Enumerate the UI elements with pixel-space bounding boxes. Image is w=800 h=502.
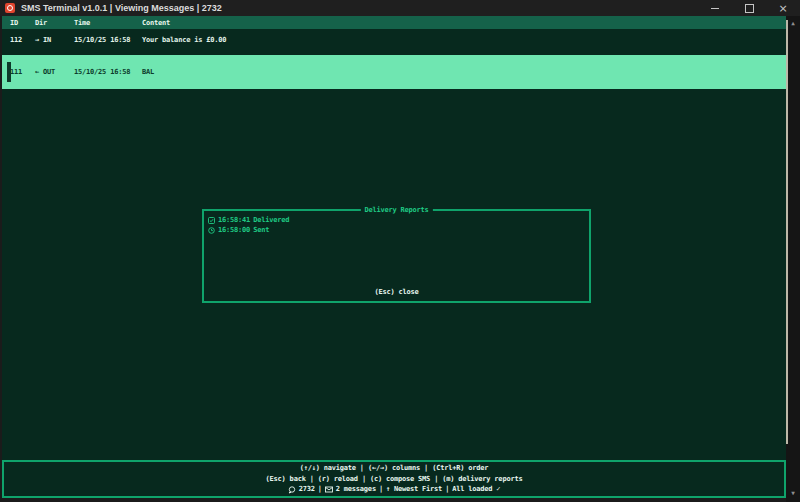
table-row[interactable]: 112 → IN 15/10/25 16:58 Your balance is … xyxy=(2,29,786,51)
sent-clock-icon xyxy=(208,227,215,234)
minimize-button[interactable] xyxy=(698,0,732,16)
report-time: 16:58:41 xyxy=(218,215,250,225)
maximize-button[interactable] xyxy=(732,0,766,16)
window-controls: × xyxy=(698,0,800,16)
loaded-status: All loaded ✓ xyxy=(452,484,500,495)
report-time: 16:58:00 xyxy=(218,225,250,235)
separator: | xyxy=(379,484,383,495)
cell-content: Your balance is £0.00 xyxy=(142,36,786,44)
status-hint-navigate: (↑/↓) navigate | (←/→) columns | (Ctrl+R… xyxy=(300,463,489,474)
sort-order: ↑ Newest First xyxy=(386,484,442,495)
selection-cursor xyxy=(7,62,11,82)
scroll-down-icon[interactable]: ▼ xyxy=(786,489,800,497)
scrollbar[interactable]: ▲ ▼ xyxy=(786,16,800,502)
cell-time: 15/10/25 16:58 xyxy=(74,36,142,44)
column-header-dir[interactable]: Dir xyxy=(35,19,74,27)
title-bar: SMS Terminal v1.0.1 | Viewing Messages |… xyxy=(0,0,800,16)
maximize-icon xyxy=(745,4,754,13)
cell-dir: ← OUT xyxy=(35,68,74,76)
chat-bubble-icon xyxy=(288,486,296,494)
separator: | xyxy=(445,484,449,495)
delivery-reports-modal: Delivery Reports 16:58:41 Delivered 16:5… xyxy=(202,209,591,303)
column-header-id[interactable]: ID xyxy=(10,19,35,27)
cell-id: 111 xyxy=(10,68,35,76)
column-header-time[interactable]: Time xyxy=(74,19,142,27)
report-status: Sent xyxy=(253,225,269,235)
window-title: SMS Terminal v1.0.1 | Viewing Messages |… xyxy=(21,3,222,13)
gear-icon xyxy=(7,5,13,11)
status-bar: (↑/↓) navigate | (←/→) columns | (Ctrl+R… xyxy=(2,460,786,498)
status-summary: 2732 | 2 messages | ↑ Newest First | All… xyxy=(288,484,501,495)
list-item: 16:58:00 Sent xyxy=(208,225,589,235)
scrollbar-thumb[interactable] xyxy=(786,20,788,444)
separator: | xyxy=(318,484,322,495)
message-count: 2 messages xyxy=(336,484,376,495)
scroll-up-icon[interactable]: ▲ xyxy=(786,19,800,27)
cell-content: BAL xyxy=(142,68,786,76)
table-row-selected[interactable]: 111 ← OUT 15/10/25 16:58 BAL xyxy=(2,55,786,89)
table-header: ID Dir Time Content xyxy=(2,16,786,29)
close-button[interactable]: × xyxy=(766,0,800,16)
report-status: Delivered xyxy=(253,215,289,225)
envelope-icon xyxy=(325,486,333,493)
chat-id: 2732 xyxy=(299,484,315,495)
report-list: 16:58:41 Delivered 16:58:00 Sent xyxy=(204,211,589,235)
status-hint-actions: (Esc) back | (r) reload | (c) compose SM… xyxy=(266,474,523,485)
modal-title: Delivery Reports xyxy=(360,206,432,214)
modal-close-hint: (Esc) close xyxy=(204,288,589,296)
app-icon xyxy=(5,3,15,13)
delivered-check-icon xyxy=(208,217,215,224)
cell-id: 112 xyxy=(10,36,35,44)
window-left-edge xyxy=(0,16,2,502)
list-item: 16:58:41 Delivered xyxy=(208,215,589,225)
window-bottom-edge xyxy=(0,498,800,502)
cell-dir: → IN xyxy=(35,36,74,44)
column-header-content[interactable]: Content xyxy=(142,19,786,27)
cell-time: 15/10/25 16:58 xyxy=(74,68,142,76)
minimize-icon xyxy=(711,8,719,9)
